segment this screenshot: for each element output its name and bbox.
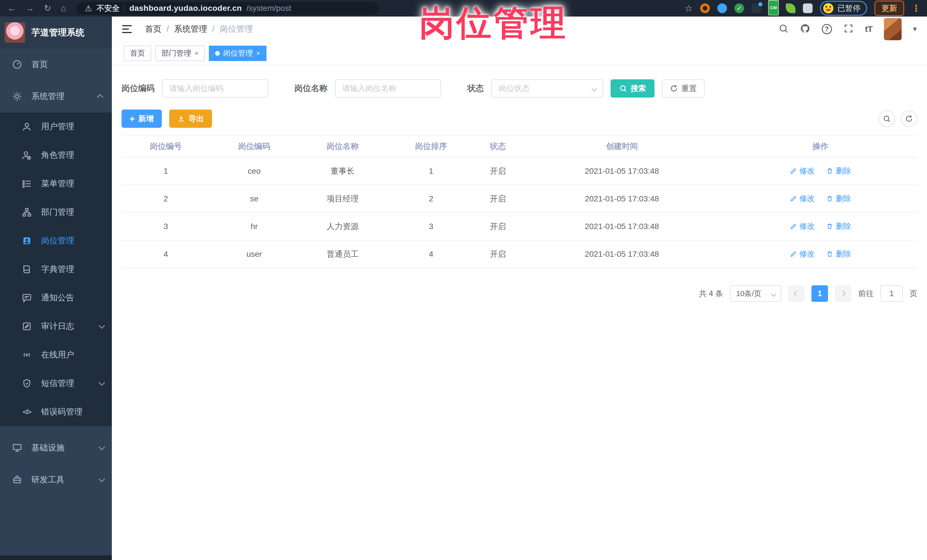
cell-status: 开启 xyxy=(475,185,520,212)
close-icon[interactable]: × xyxy=(256,49,260,57)
table-row: 2 se 项目经理 2 开启 2021-01-05 17:03:48 修改 删除 xyxy=(122,185,917,212)
forward-icon[interactable]: → xyxy=(26,4,34,12)
refresh-icon xyxy=(670,85,678,93)
sidebar-item-roles[interactable]: 角色管理 xyxy=(0,141,112,170)
paused-extension-pill[interactable]: 已暂停 xyxy=(820,1,867,16)
sidebar-item-home[interactable]: 首页 xyxy=(0,49,112,80)
col-post-code: 岗位编码 xyxy=(210,135,298,157)
edit-link[interactable]: 修改 xyxy=(790,193,815,204)
system-submenu: 用户管理 角色管理 菜单管理 xyxy=(0,112,112,426)
help-icon[interactable]: ? xyxy=(822,24,832,34)
cell-code: hr xyxy=(210,212,298,240)
search-icon[interactable] xyxy=(778,23,789,35)
main-area: 首页 / 系统管理 / 岗位管理 ? xyxy=(112,17,927,560)
close-icon[interactable]: × xyxy=(195,49,199,57)
sidebar-item-audit-log[interactable]: 审计日志 xyxy=(0,312,112,341)
toggle-search-button[interactable] xyxy=(878,111,895,127)
refresh-table-button[interactable] xyxy=(901,111,917,127)
chevron-up-icon xyxy=(97,94,103,101)
sidebar-item-users[interactable]: 用户管理 xyxy=(0,112,112,141)
extension-dark-icon[interactable]: CM xyxy=(769,3,778,13)
address-bar[interactable]: ⚠ 不安全 dashboard.yudao.iocoder.cn /system… xyxy=(76,2,378,15)
browser-menu-icon[interactable]: ⋮ xyxy=(912,3,921,14)
search-button-label: 搜索 xyxy=(631,83,646,94)
extensions-puzzle-icon[interactable] xyxy=(803,3,813,13)
sidebar-item-error-codes[interactable]: </> 错误码管理 xyxy=(0,398,112,426)
back-icon[interactable]: ← xyxy=(8,4,16,12)
reset-button[interactable]: 重置 xyxy=(662,79,705,97)
sidebar-item-label: 审计日志 xyxy=(41,321,90,332)
sidebar-item-system[interactable]: 系统管理 xyxy=(0,80,112,112)
table-row: 3 hr 人力资源 3 开启 2021-01-05 17:03:48 修改 删除 xyxy=(122,212,917,240)
extension-pin-icon[interactable] xyxy=(717,3,727,13)
sidebar-item-infrastructure[interactable]: 基础设施 xyxy=(0,432,112,464)
edit-icon xyxy=(790,250,797,258)
breadcrumb-system[interactable]: 系统管理 xyxy=(174,23,207,35)
status-select-input[interactable] xyxy=(491,79,603,97)
sidebar-item-posts[interactable]: 岗位管理 xyxy=(0,226,112,255)
sidebar-item-notice[interactable]: 通知公告 xyxy=(0,284,112,312)
delete-link[interactable]: 删除 xyxy=(826,166,851,176)
app-logo-block[interactable]: 芋道管理系统 xyxy=(0,17,112,49)
sidebar-item-menus[interactable]: 菜单管理 xyxy=(0,170,112,198)
github-icon[interactable] xyxy=(800,23,810,35)
sidebar-item-depts[interactable]: 部门管理 xyxy=(0,198,112,226)
sidebar-item-dict[interactable]: 字典管理 xyxy=(0,255,112,284)
fullscreen-icon[interactable] xyxy=(843,23,854,35)
breadcrumb-home[interactable]: 首页 xyxy=(145,23,161,35)
extension-check-icon[interactable]: ✓ xyxy=(734,3,744,13)
tab-label: 首页 xyxy=(130,48,145,58)
extension-leaf-icon[interactable] xyxy=(786,3,795,13)
sidebar-item-sms[interactable]: 短信管理 xyxy=(0,369,112,398)
edit-link[interactable]: 修改 xyxy=(790,166,815,176)
url-host: dashboard.yudao.iocoder.cn xyxy=(129,4,242,13)
trash-icon xyxy=(826,250,833,258)
sidebar-item-dev-tools[interactable]: 研发工具 xyxy=(0,464,112,496)
tab-home[interactable]: 首页 xyxy=(124,46,151,61)
current-page[interactable]: 1 xyxy=(812,285,828,302)
cell-sort: 4 xyxy=(387,240,475,268)
edit-link[interactable]: 修改 xyxy=(790,221,815,231)
reload-icon[interactable]: ↻ xyxy=(44,4,51,12)
export-button[interactable]: 导出 xyxy=(169,109,212,128)
home-icon[interactable]: ⌂ xyxy=(61,4,66,12)
goto-page-input[interactable] xyxy=(880,285,903,302)
cell-actions: 修改 删除 xyxy=(723,185,917,212)
prev-page-button[interactable] xyxy=(788,285,805,302)
search-button[interactable]: 搜索 xyxy=(611,79,655,97)
tab-dept-management[interactable]: 部门管理 × xyxy=(155,46,205,61)
avatar[interactable] xyxy=(884,18,902,40)
page-size-select[interactable]: 10条/页 xyxy=(730,285,781,302)
add-button-label: 新增 xyxy=(138,114,154,124)
edit-label: 修改 xyxy=(799,221,815,231)
cell-code: ceo xyxy=(210,157,298,185)
cell-created: 2021-01-05 17:03:48 xyxy=(520,240,723,268)
shield-icon xyxy=(21,378,32,389)
bookmark-star-icon[interactable]: ☆ xyxy=(684,3,693,14)
tab-post-management[interactable]: 岗位管理 × xyxy=(209,46,266,61)
app-title: 芋道管理系统 xyxy=(31,27,84,38)
sidebar-item-online-users[interactable]: 在线用户 xyxy=(0,341,112,369)
next-page-button[interactable] xyxy=(835,285,851,302)
delete-link[interactable]: 删除 xyxy=(826,193,851,204)
avatar-caret-down-icon[interactable]: ▾ xyxy=(913,24,917,33)
extension-ring-icon[interactable] xyxy=(700,3,710,13)
post-code-label: 岗位编码 xyxy=(122,83,155,94)
sidebar: 芋道管理系统 首页 系统管理 xyxy=(0,17,112,560)
add-button[interactable]: + 新增 xyxy=(122,109,162,128)
edit-link[interactable]: 修改 xyxy=(790,249,815,259)
delete-link[interactable]: 删除 xyxy=(826,221,851,231)
sidebar-collapse-icon[interactable] xyxy=(122,25,132,33)
org-tree-icon xyxy=(21,206,32,218)
font-size-icon[interactable]: tT xyxy=(865,24,872,34)
sidebar-bottom-strip xyxy=(0,555,112,560)
status-select[interactable] xyxy=(491,79,603,97)
browser-update-button[interactable]: 更新 xyxy=(874,1,904,16)
tab-label: 部门管理 xyxy=(161,48,191,58)
sidebar-item-label: 菜单管理 xyxy=(41,178,103,190)
extension-grid-icon[interactable] xyxy=(752,3,761,13)
post-code-input[interactable] xyxy=(162,79,268,97)
cell-name: 董事长 xyxy=(298,157,387,185)
post-name-input[interactable] xyxy=(335,79,441,97)
delete-link[interactable]: 删除 xyxy=(826,249,851,259)
